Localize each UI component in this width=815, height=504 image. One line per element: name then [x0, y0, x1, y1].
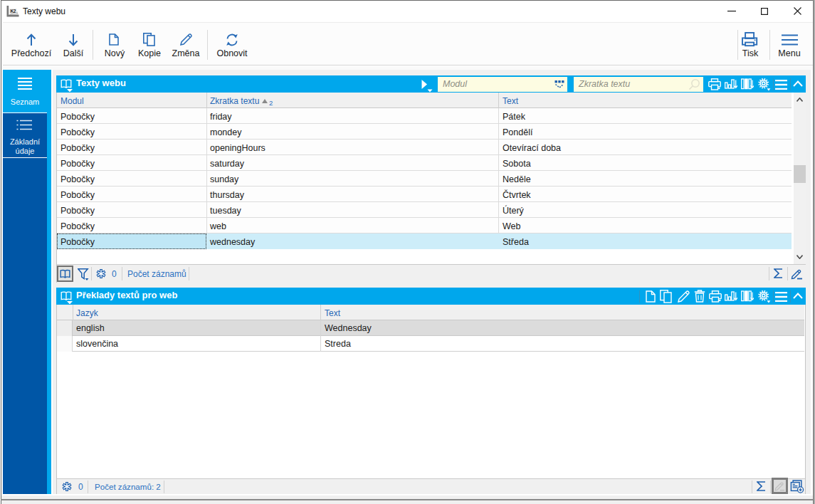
svg-text:K2: K2 — [10, 9, 16, 14]
